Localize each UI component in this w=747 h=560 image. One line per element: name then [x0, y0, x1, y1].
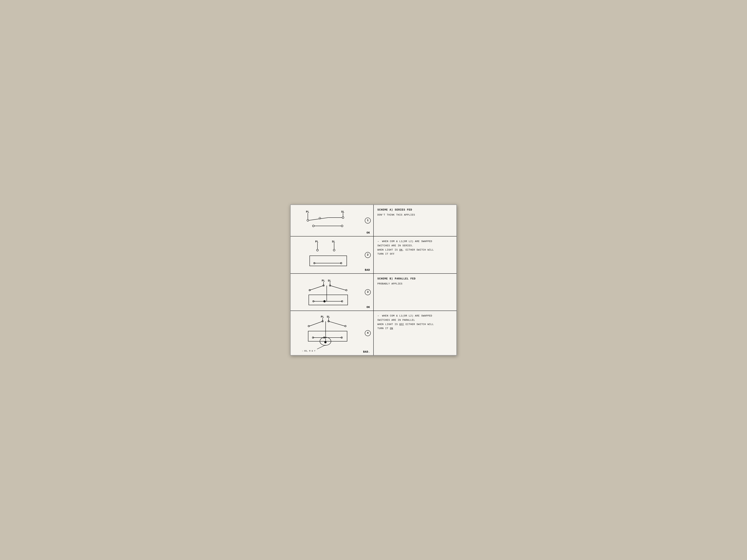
svg-text:SL: SL — [332, 240, 335, 243]
scheme-b-body: PROBABLY APPLIES — [378, 282, 453, 286]
svg-line-30 — [330, 286, 346, 290]
svg-rect-18 — [310, 256, 347, 266]
diagram-number-2: 2 — [365, 252, 371, 258]
svg-text:SL: SL — [327, 315, 330, 318]
diagram-status-1: OK — [367, 231, 370, 234]
svg-line-4 — [309, 218, 328, 220]
arrow-icon-4: → — [378, 315, 381, 317]
svg-point-31 — [346, 289, 347, 291]
diagram-cell-1: PL SL 1 OK — [290, 205, 374, 236]
text-cell-1: SCHEME A) SERIES FED DON'T THINK THIS AP… — [374, 205, 457, 236]
svg-text:SL: SL — [341, 210, 344, 213]
diagram-cell-3: PL SL 3 OK — [290, 273, 374, 311]
text-cell-2: → WHEN COM & L1(OR L2) ARE SWAPPED SWITC… — [374, 236, 457, 273]
diagram-cell-2: PL SL 2 BAD — [290, 236, 374, 273]
scheme-b-title: SCHEME B) PARALLEL FED — [378, 277, 453, 281]
svg-point-48 — [345, 325, 346, 327]
svg-text:PL: PL — [315, 240, 318, 243]
svg-point-8 — [313, 225, 314, 227]
svg-text:→ EG, R & Y: → EG, R & Y — [302, 350, 315, 352]
scheme-a-body: DON'T THINK THIS APPLIES — [378, 213, 453, 217]
paper: PL SL 1 OK SCHEME A) — [290, 205, 457, 355]
svg-point-15 — [317, 249, 318, 251]
svg-point-3 — [307, 219, 309, 221]
arrow-icon-2: → — [378, 240, 381, 243]
svg-text:SL: SL — [328, 279, 331, 282]
svg-point-6 — [342, 217, 344, 218]
diagram-status-3: OK — [367, 306, 370, 309]
svg-line-45 — [309, 321, 323, 326]
svg-text:PL: PL — [322, 279, 325, 282]
scheme-a-title: SCHEME A) SERIES FED — [378, 208, 453, 212]
svg-rect-49 — [308, 331, 347, 341]
svg-point-10 — [341, 225, 343, 227]
diagram-number-3: 3 — [365, 289, 371, 295]
diagram-number-1: 1 — [365, 218, 371, 223]
text-cell-4: → WHEN COM & L1(OR L2) ARE SWAPPED SWITC… — [374, 311, 457, 355]
text4-content: → WHEN COM & L1(OR L2) ARE SWAPPED SWITC… — [378, 314, 453, 331]
svg-text:PL: PL — [321, 315, 324, 318]
svg-line-28 — [310, 286, 324, 290]
svg-point-46 — [308, 325, 310, 327]
text-cell-3: SCHEME B) PARALLEL FED PROBABLY APPLIES — [374, 273, 457, 311]
svg-line-47 — [329, 321, 345, 326]
svg-point-17 — [333, 249, 335, 251]
svg-rect-32 — [309, 295, 348, 305]
diagram-status-4: BAD. — [363, 350, 370, 353]
text2-line1: → WHEN COM & L1(OR L2) ARE SWAPPED SWITC… — [378, 239, 453, 256]
svg-text:SWAPPED: SWAPPED — [303, 352, 312, 352]
svg-line-59 — [317, 345, 326, 349]
svg-text:PL: PL — [306, 210, 309, 213]
diagram-cell-4: PL SL — [290, 311, 374, 355]
diagram-number-4: 4 — [365, 330, 371, 336]
diagram-status-2: BAD — [365, 268, 370, 271]
